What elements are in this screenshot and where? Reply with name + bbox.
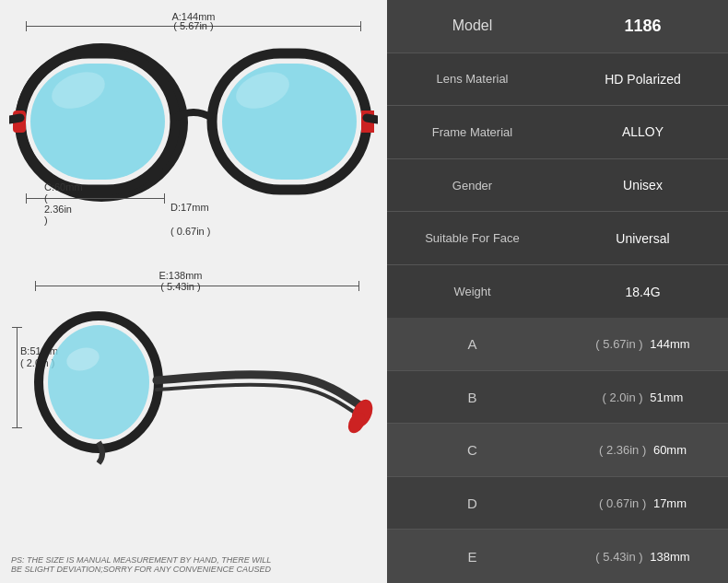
- spec-row-lens-material: Lens Material HD Polarized: [387, 53, 728, 107]
- dim-combined: ( 5.43in ) 138mm: [558, 544, 728, 569]
- spec-label: Lens Material: [387, 66, 558, 91]
- dim-d-sub: ( 0.67in ): [170, 226, 210, 237]
- dim-e-sub: ( 5.43in ): [0, 281, 361, 292]
- spec-value: HD Polarized: [558, 66, 728, 92]
- svg-line-10: [367, 118, 378, 120]
- dim-key-label: B: [387, 384, 558, 411]
- dim-key-label: A: [387, 331, 558, 357]
- spec-value: Universal: [558, 226, 728, 251]
- model-label: Model: [387, 12, 558, 40]
- svg-line-9: [9, 118, 20, 120]
- dim-imperial: ( 2.36in ): [599, 443, 646, 457]
- dim-combined: ( 2.36in ) 60mm: [558, 437, 728, 462]
- spec-row-suitable-for-face: Suitable For Face Universal: [387, 212, 728, 265]
- dim-imperial: ( 5.67in ): [595, 337, 642, 351]
- model-value: 1186: [558, 11, 728, 41]
- ps-note: PS: THE SIZE IS MANUAL MEASUREMENT BY HA…: [11, 555, 271, 574]
- dim-combined: ( 5.67in ) 144mm: [558, 332, 728, 356]
- dim-key-label: D: [387, 490, 558, 517]
- svg-rect-5: [222, 64, 357, 180]
- dim-key-label: E: [387, 543, 558, 570]
- glasses-side-svg: [32, 299, 373, 474]
- dim-combined: ( 2.0in ) 51mm: [558, 385, 728, 410]
- dim-b-vline: [17, 327, 18, 428]
- dim-metric: 60mm: [653, 443, 687, 457]
- spec-row-frame-material: Frame Material ALLOY: [387, 106, 728, 159]
- dim-row-d: D ( 0.67in ) 17mm: [387, 477, 728, 531]
- dim-e-annotation: E:138mm: [0, 270, 361, 281]
- dim-d-annotation: D:17mm ( 0.67in ): [170, 198, 210, 226]
- svg-point-12: [48, 325, 149, 439]
- spec-label: Frame Material: [387, 120, 558, 145]
- spec-row-gender: Gender Unisex: [387, 159, 728, 213]
- ps-note-line2: BE SLIGHT DEVIATION;SORRY FOR ANY CONVEN…: [11, 565, 271, 574]
- spec-label: Gender: [387, 173, 558, 198]
- spec-label: Suitable For Face: [387, 226, 558, 251]
- dim-c-label: C:60mm: [44, 181, 83, 192]
- dim-metric: 144mm: [650, 337, 689, 351]
- dim-imperial: ( 5.43in ): [595, 550, 642, 564]
- dim-a-sub: ( 5.67in ): [0, 20, 387, 31]
- spec-label: Weight: [387, 279, 558, 304]
- dim-imperial: ( 2.0in ): [603, 391, 643, 404]
- dim-row-e: E ( 5.43in ) 138mm: [387, 530, 728, 583]
- left-panel: A:144mm ( 5.67in ): [0, 0, 387, 583]
- spec-value: ALLOY: [558, 119, 728, 145]
- spec-rows-container: Lens Material HD Polarized Frame Materia…: [387, 53, 728, 319]
- dim-row-b: B ( 2.0in ) 51mm: [387, 371, 728, 425]
- glasses-side-view: [32, 299, 373, 493]
- dim-rows-container: A ( 5.67in ) 144mm B ( 2.0in ) 51mm C ( …: [387, 318, 728, 583]
- ps-note-line1: PS: THE SIZE IS MANUAL MEASUREMENT BY HA…: [11, 555, 271, 565]
- dim-imperial: ( 0.67in ): [599, 496, 646, 510]
- spec-value: 18.4G: [558, 279, 728, 305]
- dim-row-c: C ( 2.36in ) 60mm: [387, 424, 728, 477]
- dim-combined: ( 0.67in ) 17mm: [558, 491, 728, 516]
- spec-row-weight: Weight 18.4G: [387, 265, 728, 319]
- dim-metric: 17mm: [653, 496, 687, 510]
- dim-c-sub: ( 2.36in ): [44, 192, 72, 226]
- dim-metric: 51mm: [650, 391, 683, 404]
- dim-row-a: A ( 5.67in ) 144mm: [387, 318, 728, 371]
- dim-metric: 138mm: [650, 550, 689, 564]
- right-panel: Model 1186 Lens Material HD Polarized Fr…: [387, 0, 728, 583]
- dim-d-label: D:17mm: [170, 202, 209, 213]
- dim-key-label: C: [387, 437, 558, 463]
- spec-row-model: Model 1186: [387, 0, 728, 53]
- spec-value: Unisex: [558, 172, 728, 198]
